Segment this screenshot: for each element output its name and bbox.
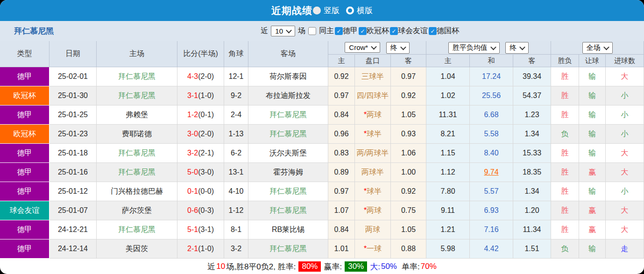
goals-result: 小 (606, 86, 644, 105)
big-rate-value: 50% (381, 262, 397, 271)
handicap-value: 两球 (365, 225, 380, 233)
match-date: 25-01-16 (50, 163, 97, 182)
match-row: 德甲 25-01-18 拜仁慕尼黑 3-2(2-1) 6-2 沃尔夫斯堡 0.8… (0, 144, 644, 163)
avg-time-select[interactable]: 终 (505, 42, 529, 54)
win-lose-result: 胜 (551, 182, 579, 201)
league-type-badge: 球会友谊 (0, 201, 50, 220)
bookmaker-select[interactable]: Crow* (345, 42, 380, 53)
home-team: 拜仁慕尼黑 (97, 86, 177, 105)
odds-away: 0.97 (391, 67, 426, 86)
avg-lose: 1.34 (513, 182, 551, 201)
avg-win: 5.98 (426, 239, 470, 259)
home-team: 美因茨 (97, 239, 177, 259)
avg-lose: 15.33 (513, 144, 551, 163)
win-lose-result: 胜 (551, 220, 579, 239)
avg-win: 1.15 (426, 144, 470, 163)
home-team: 拜仁慕尼黑 (97, 220, 177, 239)
handicap-cell: 两球 (355, 220, 391, 239)
league-type-badge: 欧冠杯 (0, 86, 50, 105)
win-lose-result: 胜 (551, 67, 579, 86)
full-time-score: 0-6 (187, 206, 198, 214)
avg-draw: 8.40 (484, 149, 498, 157)
handicap-rate-badge: 30% (345, 261, 367, 272)
avg-type-select[interactable]: 胜平负均值 (448, 42, 500, 54)
same-home-checkbox[interactable] (308, 27, 316, 35)
avg-draw: 5.57 (484, 187, 498, 195)
goals-result: 大 (606, 220, 644, 239)
odds-time-select[interactable]: 终 (386, 42, 410, 54)
corners: 13-1 (224, 163, 248, 182)
result-group-header: 全场 (551, 41, 644, 55)
horizontal-layout-label[interactable]: 横版 (357, 5, 373, 16)
handicap-result: 输 (579, 182, 606, 201)
away-team: 拜仁慕尼黑 (248, 239, 328, 259)
handicap-cell: 四/四球半 (355, 86, 391, 105)
period-value: 全场 (587, 43, 601, 52)
results-table: 类型 日期 主场 比分(半场) 角球 客场 Crow* 终 胜平负均值 终 全场 (0, 41, 644, 259)
avg-draw-cell: 9.74 (470, 163, 513, 182)
vertical-layout-label[interactable]: 竖版 (324, 5, 340, 16)
match-date: 25-01-07 (50, 201, 97, 220)
full-time-score: 3-0 (187, 130, 198, 138)
horizontal-layout-radio[interactable] (346, 7, 354, 14)
score-cell: 1-2(0-1) (177, 105, 224, 125)
recent-count-value: 10 (275, 27, 283, 35)
filter-bar: 拜仁慕尼黑 近 10 场 同主 德甲 欧冠杯 球会友谊 德国杯 (0, 21, 644, 41)
handicap-cell: 三球半 (355, 67, 391, 86)
half-time-score: (2-1) (198, 149, 214, 157)
match-row: 球会友谊 25-01-07 萨尔茨堡 0-6(0-3) 1-12 拜仁慕尼黑 1… (0, 201, 644, 220)
home-team: 萨尔茨堡 (97, 201, 177, 220)
away-team: 拜仁慕尼黑 (248, 182, 328, 201)
avg-draw-cell: 5.58 (470, 125, 513, 144)
league-checkbox-dfb-pokal[interactable] (429, 27, 437, 35)
avg-win: 11.31 (426, 105, 470, 125)
odds-away: 0.93 (391, 125, 426, 144)
match-row: 德甲 24-12-14 美因茨 2-1(1-0) 3-2 拜仁慕尼黑 1.01 … (0, 239, 644, 259)
league-checkbox-bundesliga[interactable] (335, 27, 343, 35)
vertical-layout-radio[interactable] (313, 7, 321, 14)
league-checkbox-ucl[interactable] (359, 27, 367, 35)
period-select[interactable]: 全场 (582, 42, 613, 54)
match-row: 德甲 24-12-21 拜仁慕尼黑 5-1(3-1) 8-1 RB莱比锡 0.8… (0, 220, 644, 239)
half-time-score: (1-0) (198, 245, 214, 253)
win-lose-result: 胜 (551, 86, 579, 105)
avg-draw: 6.68 (484, 111, 498, 119)
away-team: 拜仁慕尼黑 (248, 201, 328, 220)
sub-header-avg-lose: 客 (513, 55, 551, 67)
handicap-result: 赢 (579, 220, 606, 239)
goals-result: 大 (606, 67, 644, 86)
chevron-down-icon (371, 43, 377, 49)
chevron-down-icon (603, 44, 609, 50)
avg-draw-cell: 6.68 (470, 105, 513, 125)
league-checkbox-friendly[interactable] (390, 27, 398, 35)
corners: 6-2 (224, 144, 248, 163)
chevron-down-icon (400, 44, 406, 50)
half-time-score: (0-3) (198, 206, 214, 214)
match-row: 欧冠杯 25-01-23 费耶诺德 3-0(2-0) 1-13 拜仁慕尼黑 0.… (0, 125, 644, 144)
recent-count-select[interactable]: 10 (271, 26, 295, 36)
handicap-result: 赢 (579, 201, 606, 220)
match-date: 25-01-18 (50, 144, 97, 163)
full-time-score: 3-2 (187, 149, 198, 157)
avg-type-value: 胜平负均值 (453, 43, 488, 52)
avg-win: 1.02 (426, 86, 470, 105)
goals-result: 大 (606, 163, 644, 182)
avg-draw[interactable]: 9.74 (484, 168, 498, 176)
handicap-value: 三球半 (361, 72, 384, 80)
goals-result: 大 (606, 144, 644, 163)
full-time-score: 5-1 (187, 225, 198, 233)
score-cell: 5-1(3-1) (177, 220, 224, 239)
avg-draw-cell: 6.93 (470, 201, 513, 220)
chevron-down-icon (490, 44, 496, 50)
half-time-score: (3-0) (198, 168, 214, 176)
handicap-cell: 两球半 (355, 163, 391, 182)
filters-group: 近 10 场 同主 德甲 欧冠杯 球会友谊 德国杯 (258, 26, 460, 36)
odds-home: 0.97 (328, 182, 355, 201)
avg-lose: 1.51 (513, 239, 551, 259)
full-time-score: 0-1 (187, 187, 198, 195)
odds-away: 0.92 (391, 86, 426, 105)
half-time-score: (2-0) (198, 72, 214, 80)
match-row: 德甲 25-01-12 门兴格拉德巴赫 0-1(0-0) 4-10 拜仁慕尼黑 … (0, 182, 644, 201)
summary-count: 10 (216, 262, 225, 271)
avg-win: 7.80 (426, 182, 470, 201)
